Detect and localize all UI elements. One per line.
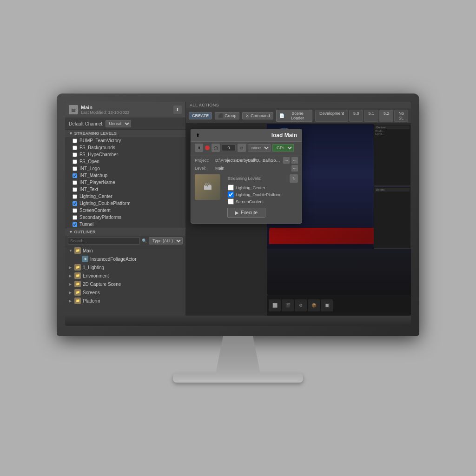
modal-preview-image: 🏔 bbox=[195, 174, 220, 200]
streaming-modal-item-1: Lighting_DoublePlatform bbox=[228, 191, 298, 198]
level-checkbox-5[interactable] bbox=[73, 173, 77, 178]
level-item: FS_Backgrounds bbox=[65, 144, 185, 151]
level-checkbox-3[interactable] bbox=[73, 159, 77, 164]
tree-arrow-icon: ▶ bbox=[69, 282, 73, 286]
level-name-9: Lighting_DoublePlatform bbox=[79, 201, 131, 206]
level-checkbox-12[interactable] bbox=[73, 222, 77, 227]
execute-button[interactable]: ▶ Execute bbox=[227, 208, 265, 218]
execute-icon: ▶ bbox=[235, 210, 239, 215]
tree-label-main: Main bbox=[83, 248, 93, 253]
group-icon: ⬛ bbox=[218, 113, 223, 118]
streaming-modal-item-0: Lighting_Center bbox=[228, 184, 298, 191]
tree-item-lighting[interactable]: ▶ 📁 1_Lighting bbox=[65, 263, 185, 271]
modal-toolbar: ⬆ ◯ ⊞ none GPi bbox=[191, 142, 302, 154]
tree-arrow-icon: ▶ bbox=[69, 299, 73, 303]
search-row: 🔍 Type (ALL) bbox=[65, 236, 185, 246]
gpi-select[interactable]: GPi bbox=[272, 144, 294, 152]
panel-logo-icon: 🎬 bbox=[69, 105, 78, 114]
tree-item-capture[interactable]: ▶ 📁 2D Capture Scene bbox=[65, 280, 185, 288]
tree-arrow-icon: ▼ bbox=[69, 249, 73, 253]
project-label: Project: bbox=[195, 158, 213, 163]
level-checkbox-2[interactable] bbox=[73, 152, 77, 157]
level-name-10: ScreenContent bbox=[79, 208, 111, 213]
tree-item-environment[interactable]: ▶ 📁 Environment bbox=[65, 271, 185, 280]
none-select[interactable]: none bbox=[248, 144, 271, 152]
streaming-name-0: Lighting_Center bbox=[236, 185, 265, 190]
load-main-modal: ⬆ load Main ⬆ ◯ ⊞ none bbox=[191, 129, 302, 224]
level-checkbox-8[interactable] bbox=[73, 194, 77, 199]
channel-select[interactable]: Unreal bbox=[106, 120, 131, 127]
channel-row: Default Channel: Unreal bbox=[65, 118, 185, 130]
level-checkbox-9[interactable] bbox=[73, 201, 77, 206]
command-icon: ✕ bbox=[245, 113, 249, 118]
version-tab-nosl[interactable]: No SL bbox=[394, 110, 408, 122]
tree-label-platform: Platform bbox=[83, 298, 100, 304]
modal-grid-btn[interactable]: ⊞ bbox=[238, 144, 246, 152]
actor-icon: ◆ bbox=[82, 256, 88, 262]
version-tab-51[interactable]: 5.1 bbox=[364, 110, 378, 122]
toolbar-area: ALL ACTIONS CREATE ⬛ Group ✕ Command bbox=[186, 102, 411, 124]
level-name-1: FS_Backgrounds bbox=[79, 145, 115, 150]
level-checkbox-0[interactable] bbox=[73, 139, 77, 143]
create-button[interactable]: CREATE bbox=[189, 112, 212, 119]
level-checkbox-11[interactable] bbox=[73, 215, 77, 220]
tree-item-foliage[interactable]: ◆ InstancedFoliageActor bbox=[65, 255, 185, 263]
tree-label-screens: Screens bbox=[83, 290, 100, 295]
level-item: SecondaryPlatforms bbox=[65, 214, 185, 221]
level-checkbox-1[interactable] bbox=[73, 145, 77, 150]
command-button[interactable]: ✕ Command bbox=[242, 112, 273, 119]
level-name-3: FS_Open bbox=[79, 159, 99, 164]
level-item: INT_Text bbox=[65, 186, 185, 193]
streaming-check-1[interactable] bbox=[228, 192, 234, 198]
level-label: Level: bbox=[195, 166, 213, 171]
outliner-section: ▼ OUTLINER 🔍 Type (ALL) ▼ 📁 Main bbox=[65, 228, 185, 316]
level-name-11: SecondaryPlatforms bbox=[79, 215, 121, 220]
counter-input[interactable] bbox=[222, 145, 236, 151]
streaming-name-1: Lighting_DoublePlatform bbox=[236, 192, 282, 197]
group-button[interactable]: ⬛ Group bbox=[215, 112, 239, 119]
panel-header: 🎬 Main Last Modified: 13-10-2023 ⬆ bbox=[65, 102, 185, 118]
level-item: FS_Open bbox=[65, 158, 185, 165]
modal-overlay: ⬆ load Main ⬆ ◯ ⊞ none bbox=[186, 124, 411, 316]
level-name-0: BUMP_TeamVictory bbox=[79, 138, 121, 143]
level-name-7: INT_Text bbox=[79, 187, 98, 192]
folder-icon: 📁 bbox=[74, 247, 81, 254]
project-extra-btn[interactable]: ⋯ bbox=[291, 157, 298, 164]
level-checkbox-7[interactable] bbox=[73, 187, 77, 192]
screen: 🎬 Main Last Modified: 13-10-2023 ⬆ Defau… bbox=[65, 102, 411, 316]
modal-minus-btn[interactable]: ◯ bbox=[212, 144, 220, 152]
monitor-bezel: 🎬 Main Last Modified: 13-10-2023 ⬆ Defau… bbox=[57, 93, 419, 336]
content-area: ⬆ load Main ⬆ ◯ ⊞ none bbox=[186, 124, 411, 316]
toolbar-row: CREATE ⬛ Group ✕ Command 📄 Scene Loader bbox=[186, 108, 411, 124]
tree-label-capture: 2D Capture Scene bbox=[83, 282, 121, 287]
version-tab-50[interactable]: 5.0 bbox=[349, 110, 364, 122]
scene-loader-icon: 📄 bbox=[279, 113, 284, 118]
streaming-check-0[interactable] bbox=[228, 185, 234, 191]
level-checkbox-4[interactable] bbox=[73, 166, 77, 171]
level-name-6: INT_PlayerName bbox=[79, 180, 115, 185]
tree-item-screens[interactable]: ▶ 📁 Screens bbox=[65, 288, 185, 297]
save-icon-btn[interactable]: ⬆ bbox=[173, 106, 182, 114]
outliner-search-input[interactable] bbox=[68, 237, 140, 245]
level-name-12: Tunnel bbox=[79, 222, 93, 227]
level-name-2: FS_HypeChamber bbox=[79, 152, 118, 157]
level-checkbox-6[interactable] bbox=[73, 180, 77, 185]
level-item: Tunnel bbox=[65, 221, 185, 228]
streaming-list-container: Streaming Levels: ↻ Lighting_Center bbox=[228, 174, 298, 205]
folder-icon: 📁 bbox=[74, 281, 81, 287]
level-checkbox-10[interactable] bbox=[73, 208, 77, 213]
type-filter-select[interactable]: Type (ALL) bbox=[149, 237, 183, 245]
version-tab-52[interactable]: 5.2 bbox=[379, 110, 394, 122]
project-browse-btn[interactable]: ⋯ bbox=[283, 157, 290, 164]
streaming-refresh-btn[interactable]: ↻ bbox=[290, 174, 298, 183]
tree-item-main[interactable]: ▼ 📁 Main bbox=[65, 246, 185, 255]
modal-upload-btn[interactable]: ⬆ bbox=[195, 144, 203, 152]
scene-loader-button[interactable]: 📄 Scene Loader bbox=[276, 110, 312, 122]
streaming-check-2[interactable] bbox=[228, 198, 234, 205]
level-item: BUMP_TeamVictory bbox=[65, 137, 185, 144]
version-tab-dev[interactable]: Development bbox=[315, 110, 348, 122]
tree-label-lighting: 1_Lighting bbox=[83, 265, 104, 270]
tree-item-platform[interactable]: ▶ 📁 Platform bbox=[65, 297, 185, 305]
folder-icon: 📁 bbox=[74, 264, 81, 271]
level-browse-btn[interactable]: ⋯ bbox=[291, 165, 298, 172]
